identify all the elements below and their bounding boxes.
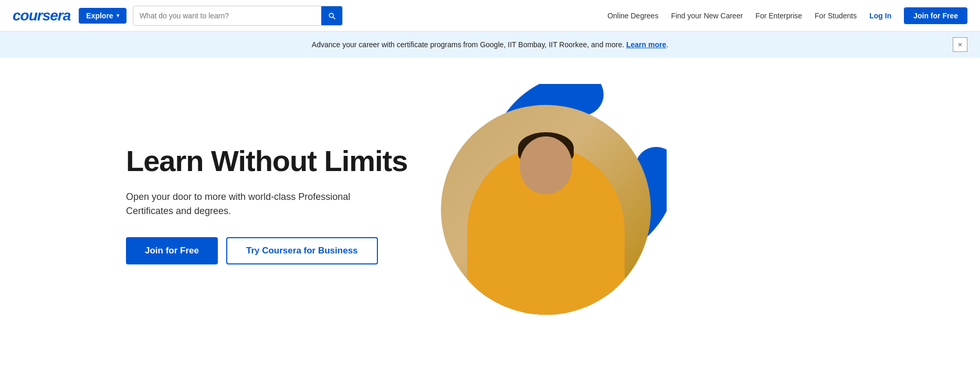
nav-for-students[interactable]: For Students <box>815 12 857 20</box>
hero-section: Learn Without Limits Open your door to m… <box>0 58 980 352</box>
hero-content: Learn Without Limits Open your door to m… <box>126 145 420 264</box>
hero-subtitle: Open your door to more with world-class … <box>126 190 357 218</box>
search-icon <box>328 12 336 20</box>
hero-buttons: Join for Free Try Coursera for Business <box>126 237 420 264</box>
search-input[interactable] <box>133 12 321 20</box>
hero-business-button[interactable]: Try Coursera for Business <box>226 237 378 264</box>
search-button[interactable] <box>321 6 342 25</box>
banner-learn-more[interactable]: Learn more <box>626 40 666 49</box>
explore-label: Explore <box>86 12 113 20</box>
navbar: coursera Explore ▾ Online Degrees Find y… <box>0 0 980 31</box>
search-bar <box>133 6 343 26</box>
hero-image-area <box>441 94 661 315</box>
coursera-logo: coursera <box>13 7 70 24</box>
person-figure <box>441 105 651 315</box>
nav-online-degrees[interactable]: Online Degrees <box>607 12 658 20</box>
explore-button[interactable]: Explore ▾ <box>79 8 126 24</box>
login-link[interactable]: Log In <box>869 12 891 20</box>
person-head <box>520 136 572 194</box>
banner-close-button[interactable]: × <box>953 37 967 52</box>
banner-text: Advance your career with certificate pro… <box>312 40 668 49</box>
promo-banner: Advance your career with certificate pro… <box>0 31 980 58</box>
banner-period: . <box>666 40 668 49</box>
nav-join-button[interactable]: Join for Free <box>904 7 967 24</box>
nav-find-career[interactable]: Find your New Career <box>671 12 743 20</box>
navbar-right: Online Degrees Find your New Career For … <box>607 7 967 24</box>
banner-message: Advance your career with certificate pro… <box>312 40 624 49</box>
hero-join-button[interactable]: Join for Free <box>126 237 218 264</box>
chevron-down-icon: ▾ <box>117 13 119 18</box>
hero-title: Learn Without Limits <box>126 145 420 177</box>
nav-for-enterprise[interactable]: For Enterprise <box>755 12 802 20</box>
hero-person-image <box>441 105 651 315</box>
